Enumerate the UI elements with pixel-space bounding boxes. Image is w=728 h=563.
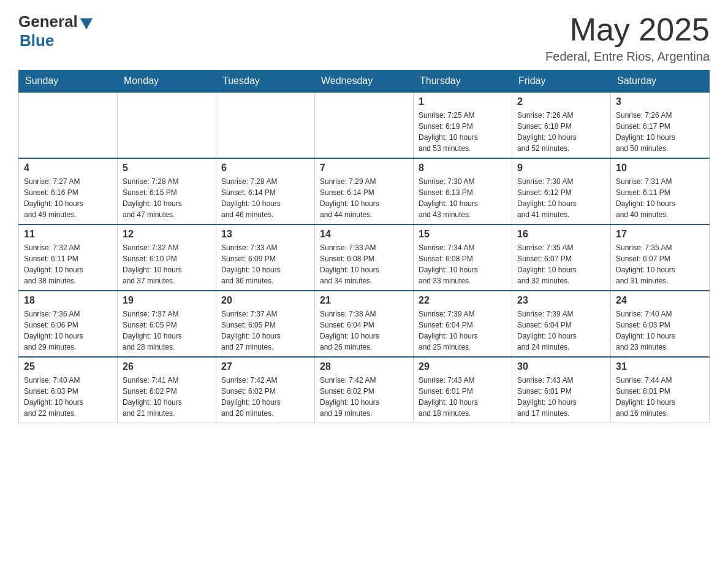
calendar-cell: 18Sunrise: 7:36 AMSunset: 6:06 PMDayligh… [19,291,118,357]
day-info: Sunrise: 7:33 AMSunset: 6:08 PMDaylight:… [320,242,408,286]
day-info: Sunrise: 7:38 AMSunset: 6:04 PMDaylight:… [320,308,408,353]
calendar-table: SundayMondayTuesdayWednesdayThursdayFrid… [18,70,710,423]
day-number: 3 [616,96,704,107]
calendar-cell: 29Sunrise: 7:43 AMSunset: 6:01 PMDayligh… [414,357,512,423]
day-number: 14 [320,229,408,240]
calendar-cell: 25Sunrise: 7:40 AMSunset: 6:03 PMDayligh… [19,357,118,423]
day-number: 13 [221,229,309,240]
day-info: Sunrise: 7:35 AMSunset: 6:07 PMDaylight:… [517,242,605,286]
day-number: 17 [616,229,704,240]
title-section: May 2025 Federal, Entre Rios, Argentina [545,12,710,64]
day-number: 18 [24,295,112,306]
day-info: Sunrise: 7:37 AMSunset: 6:05 PMDaylight:… [221,308,309,353]
calendar-cell: 22Sunrise: 7:39 AMSunset: 6:04 PMDayligh… [414,291,512,357]
weekday-header-tuesday: Tuesday [216,71,315,93]
calendar-cell: 24Sunrise: 7:40 AMSunset: 6:03 PMDayligh… [611,291,710,357]
calendar-cell: 2Sunrise: 7:26 AMSunset: 6:18 PMDaylight… [512,92,611,158]
logo-blue-text: Blue [20,31,54,50]
calendar-cell: 3Sunrise: 7:26 AMSunset: 6:17 PMDaylight… [611,92,710,158]
calendar-cell [118,92,216,158]
day-info: Sunrise: 7:42 AMSunset: 6:02 PMDaylight:… [221,375,309,419]
month-title: May 2025 [545,12,710,47]
day-info: Sunrise: 7:44 AMSunset: 6:01 PMDaylight:… [616,375,704,419]
day-info: Sunrise: 7:39 AMSunset: 6:04 PMDaylight:… [517,308,605,353]
day-info: Sunrise: 7:30 AMSunset: 6:13 PMDaylight:… [419,176,507,220]
calendar-week-row: 25Sunrise: 7:40 AMSunset: 6:03 PMDayligh… [19,357,710,423]
day-number: 31 [616,361,704,372]
day-info: Sunrise: 7:29 AMSunset: 6:14 PMDaylight:… [320,176,408,220]
day-number: 30 [517,361,605,372]
weekday-header-saturday: Saturday [611,71,710,93]
calendar-header-row: SundayMondayTuesdayWednesdayThursdayFrid… [19,71,710,93]
calendar-cell: 6Sunrise: 7:28 AMSunset: 6:14 PMDaylight… [216,158,315,224]
day-number: 23 [517,295,605,306]
day-number: 29 [419,361,507,372]
day-number: 2 [517,96,605,107]
day-info: Sunrise: 7:30 AMSunset: 6:12 PMDaylight:… [517,176,605,220]
day-number: 19 [123,295,211,306]
day-info: Sunrise: 7:33 AMSunset: 6:09 PMDaylight:… [221,242,309,286]
day-number: 5 [123,163,211,174]
weekday-header-thursday: Thursday [414,71,512,93]
day-number: 26 [123,361,211,372]
day-info: Sunrise: 7:40 AMSunset: 6:03 PMDaylight:… [24,375,112,419]
day-number: 8 [419,163,507,174]
calendar-cell: 19Sunrise: 7:37 AMSunset: 6:05 PMDayligh… [118,291,216,357]
calendar-cell: 14Sunrise: 7:33 AMSunset: 6:08 PMDayligh… [315,224,414,291]
day-number: 27 [221,361,309,372]
day-info: Sunrise: 7:26 AMSunset: 6:17 PMDaylight:… [616,110,704,154]
day-number: 25 [24,361,112,372]
calendar-cell: 12Sunrise: 7:32 AMSunset: 6:10 PMDayligh… [118,224,216,291]
day-info: Sunrise: 7:28 AMSunset: 6:15 PMDaylight:… [123,176,211,220]
calendar-cell: 8Sunrise: 7:30 AMSunset: 6:13 PMDaylight… [414,158,512,224]
day-number: 10 [616,163,704,174]
day-info: Sunrise: 7:31 AMSunset: 6:11 PMDaylight:… [616,176,704,220]
page-header: General Blue May 2025 Federal, Entre Rio… [18,12,710,64]
calendar-cell: 13Sunrise: 7:33 AMSunset: 6:09 PMDayligh… [216,224,315,291]
day-number: 1 [419,96,507,107]
day-info: Sunrise: 7:28 AMSunset: 6:14 PMDaylight:… [221,176,309,220]
logo-general-text: General [18,12,78,31]
day-info: Sunrise: 7:36 AMSunset: 6:06 PMDaylight:… [24,308,112,353]
day-number: 16 [517,229,605,240]
calendar-cell: 31Sunrise: 7:44 AMSunset: 6:01 PMDayligh… [611,357,710,423]
calendar-cell: 16Sunrise: 7:35 AMSunset: 6:07 PMDayligh… [512,224,611,291]
day-number: 20 [221,295,309,306]
calendar-cell: 20Sunrise: 7:37 AMSunset: 6:05 PMDayligh… [216,291,315,357]
calendar-week-row: 18Sunrise: 7:36 AMSunset: 6:06 PMDayligh… [19,291,710,357]
day-info: Sunrise: 7:27 AMSunset: 6:16 PMDaylight:… [24,176,112,220]
weekday-header-friday: Friday [512,71,611,93]
day-number: 22 [419,295,507,306]
day-number: 4 [24,163,112,174]
day-info: Sunrise: 7:35 AMSunset: 6:07 PMDaylight:… [616,242,704,286]
day-info: Sunrise: 7:26 AMSunset: 6:18 PMDaylight:… [517,110,605,154]
day-number: 28 [320,361,408,372]
logo-arrow-icon [80,18,93,29]
day-number: 11 [24,229,112,240]
calendar-week-row: 4Sunrise: 7:27 AMSunset: 6:16 PMDaylight… [19,158,710,224]
day-info: Sunrise: 7:40 AMSunset: 6:03 PMDaylight:… [616,308,704,353]
day-info: Sunrise: 7:34 AMSunset: 6:08 PMDaylight:… [419,242,507,286]
calendar-cell [216,92,315,158]
weekday-header-wednesday: Wednesday [315,71,414,93]
location-text: Federal, Entre Rios, Argentina [545,50,710,64]
day-number: 15 [419,229,507,240]
calendar-cell: 17Sunrise: 7:35 AMSunset: 6:07 PMDayligh… [611,224,710,291]
day-number: 6 [221,163,309,174]
calendar-cell [19,92,118,158]
calendar-cell: 10Sunrise: 7:31 AMSunset: 6:11 PMDayligh… [611,158,710,224]
calendar-cell: 28Sunrise: 7:42 AMSunset: 6:02 PMDayligh… [315,357,414,423]
calendar-week-row: 1Sunrise: 7:25 AMSunset: 6:19 PMDaylight… [19,92,710,158]
logo: General Blue [18,12,93,50]
day-info: Sunrise: 7:43 AMSunset: 6:01 PMDaylight:… [517,375,605,419]
calendar-cell: 30Sunrise: 7:43 AMSunset: 6:01 PMDayligh… [512,357,611,423]
calendar-cell: 5Sunrise: 7:28 AMSunset: 6:15 PMDaylight… [118,158,216,224]
calendar-cell: 23Sunrise: 7:39 AMSunset: 6:04 PMDayligh… [512,291,611,357]
day-info: Sunrise: 7:32 AMSunset: 6:10 PMDaylight:… [123,242,211,286]
calendar-cell: 9Sunrise: 7:30 AMSunset: 6:12 PMDaylight… [512,158,611,224]
calendar-cell: 26Sunrise: 7:41 AMSunset: 6:02 PMDayligh… [118,357,216,423]
calendar-week-row: 11Sunrise: 7:32 AMSunset: 6:11 PMDayligh… [19,224,710,291]
calendar-cell: 11Sunrise: 7:32 AMSunset: 6:11 PMDayligh… [19,224,118,291]
day-info: Sunrise: 7:32 AMSunset: 6:11 PMDaylight:… [24,242,112,286]
day-info: Sunrise: 7:41 AMSunset: 6:02 PMDaylight:… [123,375,211,419]
